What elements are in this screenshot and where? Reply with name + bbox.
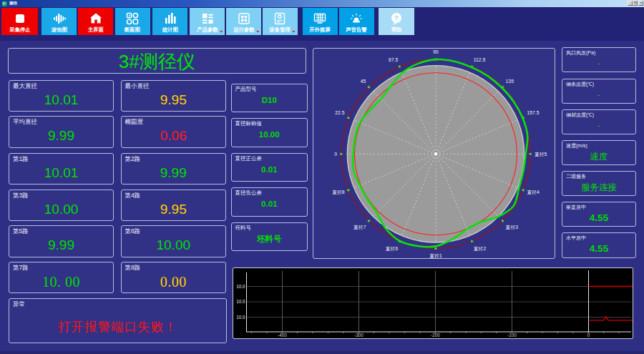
measure-label: 第3路 [13, 192, 29, 199]
toolbar-button-label: 设备管理 [270, 26, 291, 32]
product-value: D10 [232, 94, 308, 106]
toolbar-button-waveform[interactable]: 波动图 [42, 8, 77, 36]
spoke-label: 直径1 [429, 253, 442, 258]
toolbar-button-barchart[interactable]: 统计图 [152, 8, 187, 36]
measure-box-3: 平均直径9.99 [9, 116, 114, 148]
status-box-2: 铜条温度(℃)- [562, 79, 636, 104]
cross-section-chart-panel: 90112.5135157.5直径5直径4直径3直径2直径1直径6直径7直径80… [313, 48, 556, 259]
toolbar-button-external-screen[interactable]: 开外接屏 [303, 8, 338, 36]
restore-button[interactable]: ❐ [633, 1, 638, 6]
measure-value: 0.00 [122, 272, 226, 292]
cross-section-chart: 90112.5135157.5直径5直径4直径3直径2直径1直径6直径7直径80… [313, 49, 555, 258]
toolbar-button-run-params[interactable]: 运行参数 [226, 8, 261, 36]
spoke-marker-dot [502, 220, 502, 221]
measure-box-1: 最大直径10.01 [9, 80, 114, 112]
measure-box-10: 第6路10.00 [121, 225, 227, 257]
status-box-1: 风口风压(Pa)- [562, 47, 636, 72]
toolbar-button-section[interactable]: 断面图 [115, 8, 151, 36]
spoke-marker-dot [522, 190, 523, 190]
measure-box-2: 最小直径9.95 [121, 80, 227, 112]
x-tick-label: 0 [587, 333, 590, 338]
measure-value: 9.99 [9, 235, 113, 255]
measure-label: 第1路 [13, 155, 29, 162]
toolbar: 采集停止波动图主界面断面图统计图产品参数运行参数设备管理开外接屏声音告警?帮助 [0, 7, 644, 41]
status-box-5: 二级服务服务连接 [562, 171, 636, 196]
measure-value: 0.06 [122, 126, 226, 146]
toolbar-button-label: 主界面 [87, 26, 103, 32]
toolbar-button-device-manage[interactable]: 设备管理 [263, 8, 298, 36]
station-title-box: 3#测径仪 [8, 48, 306, 74]
spoke-marker-dot [368, 220, 369, 221]
spoke-marker-dot [471, 241, 472, 242]
measure-label: 最大直径 [13, 82, 37, 89]
status-label: 垂直居中 [566, 204, 586, 211]
toolbar-button-label: 产品参数 [197, 26, 218, 32]
product-params-icon [190, 11, 225, 26]
toolbar-button-label: 断面图 [125, 26, 140, 32]
toolbar-button-product-params[interactable]: 产品参数 [190, 8, 225, 36]
spoke-label: 直径3 [505, 225, 518, 230]
status-label: 速度(m/s) [566, 142, 587, 149]
external-screen-icon [303, 11, 338, 26]
product-value: 坯料号 [232, 233, 308, 245]
window-title: 测径 [9, 1, 17, 5]
toolbar-button-sound-alarm[interactable]: 声音告警 [339, 8, 375, 36]
measure-label: 第6路 [125, 227, 141, 235]
spoke-label: 135 [505, 79, 514, 84]
measure-box-11: 第7路10. 00 [9, 262, 114, 294]
x-tick-label: -400 [278, 333, 287, 338]
y-tick-label: 10.0 [236, 284, 245, 289]
run-params-icon [226, 11, 261, 26]
status-value: - [562, 56, 635, 71]
toolbar-button-label: 采集停止 [9, 26, 30, 32]
dropdown-caret-icon [220, 31, 223, 33]
dropdown-caret-icon [256, 31, 259, 33]
toolbar-button-home[interactable]: 主界面 [78, 8, 113, 36]
status-value: 速度 [562, 149, 635, 164]
spoke-marker-dot [368, 87, 369, 87]
spoke-marker-dot [399, 67, 399, 67]
title-bar: 测径 _ ❐ × [0, 0, 644, 7]
measure-label: 平均直径 [13, 118, 37, 125]
measure-value: 9.95 [122, 90, 226, 110]
status-label: 铜材温度(℃) [566, 112, 594, 119]
spoke-label: 90 [433, 49, 439, 54]
y-tick-label: 10.0 [236, 299, 245, 304]
status-box-6: 垂直居中4.55 [562, 202, 636, 227]
restore-icon: ❐ [634, 2, 637, 4]
toolbar-button-stop[interactable]: 采集停止 [1, 8, 38, 36]
spoke-marker-dot [530, 154, 530, 154]
measure-box-9: 第5路9.99 [9, 225, 114, 257]
toolbar-button-label: 帮助 [391, 26, 401, 32]
spoke-label: 45 [360, 79, 366, 84]
product-label: 直径标称值 [235, 120, 263, 127]
measure-box-5: 第1路10.01 [9, 153, 114, 185]
spoke-label: 直径6 [385, 246, 398, 252]
trend-chart: 10.010.010.0-400-300-200-1000 [233, 268, 633, 338]
close-button[interactable]: × [638, 1, 643, 6]
product-box-4: 直径负公差0.01 [231, 187, 308, 217]
minimize-button[interactable]: _ [628, 1, 633, 6]
x-tick-label: -200 [431, 333, 440, 338]
spoke-marker-dot [348, 190, 348, 190]
product-box-2: 直径标称值10.00 [231, 118, 308, 147]
measure-value: 9.99 [122, 163, 226, 183]
measure-label: 第8路 [125, 264, 141, 271]
measure-value: 10.00 [122, 235, 226, 255]
svg-text:?: ? [394, 14, 399, 21]
status-label: 水平居中 [566, 235, 586, 242]
toolbar-button-label: 开外接屏 [310, 26, 331, 32]
measure-value: 10.01 [9, 163, 113, 183]
status-value: - [562, 88, 635, 102]
x-tick-label: -100 [507, 333, 517, 338]
product-box-3: 直径正公差0.01 [231, 153, 308, 182]
device-manage-icon [263, 11, 298, 26]
product-value: 0.01 [232, 198, 308, 210]
spoke-label: 直径8 [332, 190, 345, 195]
toolbar-button-help[interactable]: ?帮助 [379, 8, 414, 36]
measure-box-12: 第8路0.00 [121, 262, 227, 294]
trend-chart-panel: 10.010.010.0-400-300-200-1000 [233, 267, 633, 339]
section-icon [115, 11, 151, 26]
station-title: 3#测径仪 [9, 51, 306, 73]
status-box-4: 速度(m/s)速度 [562, 140, 636, 165]
